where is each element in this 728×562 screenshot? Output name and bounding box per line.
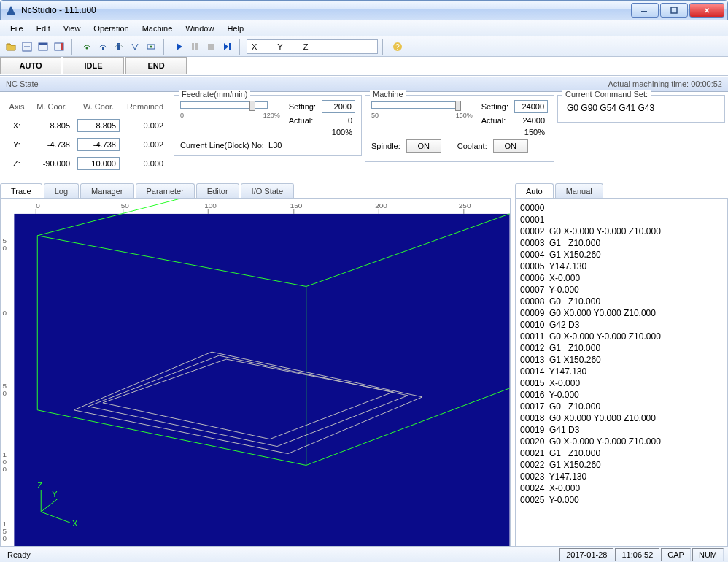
z-remained: 0.000 — [124, 159, 166, 168]
code-line[interactable]: 00015 X-0.000 — [520, 377, 723, 389]
menu-operation[interactable]: Operation — [88, 22, 134, 35]
menu-file[interactable]: File — [4, 22, 29, 35]
pause-button[interactable] — [187, 39, 203, 55]
svg-text:X: X — [72, 519, 78, 528]
status-ready: Ready — [4, 549, 34, 561]
step-button[interactable] — [219, 39, 235, 55]
menu-machine[interactable]: Machine — [136, 22, 179, 35]
app-icon — [5, 4, 17, 16]
feedrate-setting[interactable]: 2000 — [322, 100, 355, 113]
code-line[interactable]: 00008 G0 Z10.000 — [520, 296, 723, 307]
y-wcoor[interactable]: -4.738 — [77, 138, 120, 151]
code-line[interactable]: 00010 G42 D3 — [520, 319, 723, 331]
x-remained: 0.002 — [124, 121, 166, 130]
statusbar: Ready 2017-01-28 11:06:52 CAP NUM — [0, 546, 728, 562]
coord-panel: Axis M. Coor. W. Coor. Remained X: 8.805… — [3, 95, 171, 177]
code-line[interactable]: 00021 G1 Z10.000 — [520, 447, 723, 459]
code-line[interactable]: 00018 G0 X0.000 Y0.000 Z10.000 — [520, 412, 723, 424]
signal-icon-1[interactable] — [79, 39, 95, 55]
code-line[interactable]: 00013 G1 X150.260 — [520, 354, 723, 366]
svg-text:0: 0 — [36, 201, 40, 209]
code-line[interactable]: 00009 G0 X0.000 Y0.000 Z10.000 — [520, 307, 723, 319]
tab-editor[interactable]: Editor — [196, 183, 239, 198]
code-line[interactable]: 00000 — [520, 202, 723, 214]
stop-button[interactable] — [203, 39, 219, 55]
svg-text:0: 0 — [2, 465, 7, 473]
spindle-button[interactable]: ON — [406, 139, 441, 153]
code-line[interactable]: 00004 G1 X150.260 — [520, 249, 723, 261]
menu-view[interactable]: View — [58, 22, 87, 35]
help-icon[interactable]: ? — [390, 39, 406, 55]
maximize-button[interactable] — [660, 3, 688, 18]
coord-display: X Y Z — [247, 39, 378, 54]
code-line[interactable]: 00005 Y147.130 — [520, 261, 723, 272]
tab-manager[interactable]: Manager — [80, 183, 133, 198]
tab-trace[interactable]: Trace — [0, 183, 42, 198]
svg-rect-18 — [1, 199, 509, 214]
mode-idle[interactable]: IDLE — [63, 57, 124, 74]
coolant-label: Coolant: — [457, 142, 487, 150]
close-button[interactable]: ✕ — [689, 3, 724, 18]
tab-auto[interactable]: Auto — [515, 183, 554, 198]
status-time: 11:06:52 — [615, 548, 659, 561]
signal-icon-3[interactable] — [111, 39, 127, 55]
code-line[interactable]: 00019 G41 D3 — [520, 424, 723, 436]
open-icon[interactable] — [3, 39, 19, 55]
gcode-list[interactable]: 000000000100002 G0 X-0.000 Y-0.000 Z10.0… — [515, 199, 728, 548]
coolant-button[interactable]: ON — [493, 139, 528, 153]
code-line[interactable]: 00025 Y-0.000 — [520, 494, 723, 506]
z-wcoor[interactable]: 10.000 — [77, 157, 120, 170]
tab-iostate[interactable]: I/O State — [241, 183, 294, 198]
svg-point-11 — [150, 45, 152, 47]
trace-canvas[interactable]: 050100150200250 50 0 50 100 150 — [0, 199, 511, 547]
code-line[interactable]: 00017 G0 Z10.000 — [520, 401, 723, 412]
svg-rect-14 — [208, 44, 214, 50]
spindle-percent: 150% — [514, 128, 548, 136]
code-line[interactable]: 00014 Y147.130 — [520, 366, 723, 377]
tab-log[interactable]: Log — [44, 183, 79, 198]
machine-legend: Machine — [370, 90, 406, 99]
x-mcoor: 8.805 — [31, 121, 73, 130]
signal-icon-5[interactable] — [143, 39, 159, 55]
code-line[interactable]: 00001 — [520, 214, 723, 226]
spindle-slider[interactable] — [371, 101, 459, 109]
code-line[interactable]: 00006 X-0.000 — [520, 272, 723, 284]
x-wcoor[interactable]: 8.805 — [77, 119, 120, 132]
signal-icon-4[interactable] — [127, 39, 143, 55]
play-button[interactable] — [171, 39, 187, 55]
code-line[interactable]: 00002 G0 X-0.000 Y-0.000 Z10.000 — [520, 226, 723, 237]
minimize-button[interactable] — [631, 3, 659, 18]
code-line[interactable]: 00020 G0 X-0.000 Y-0.000 Z10.000 — [520, 436, 723, 447]
axis-x: X: — [7, 121, 26, 130]
code-line[interactable]: 00003 G1 Z10.000 — [520, 237, 723, 249]
menu-help[interactable]: Help — [221, 22, 249, 35]
window-titlebar: NcStudio - 111.u00 ✕ — [0, 0, 728, 20]
command-set-text: G0 G90 G54 G41 G43 — [564, 100, 719, 116]
tool-icon-2[interactable] — [35, 39, 51, 55]
code-line[interactable]: 00007 Y-0.000 — [520, 284, 723, 296]
spindle-setting[interactable]: 24000 — [514, 100, 548, 113]
tool-icon-1[interactable] — [19, 39, 35, 55]
axis-y: Y: — [7, 140, 26, 149]
mode-auto[interactable]: AUTO — [0, 57, 61, 74]
code-line[interactable]: 00016 Y-0.000 — [520, 389, 723, 401]
hdr-mcoor: M. Coor. — [31, 102, 73, 111]
code-line[interactable]: 00022 G1 X150.260 — [520, 459, 723, 471]
signal-icon-2[interactable] — [95, 39, 111, 55]
feedrate-legend: Feedrate(mm/min) — [179, 90, 250, 99]
coord-z-label: Z — [303, 42, 309, 51]
tab-manual[interactable]: Manual — [555, 183, 603, 198]
hdr-wcoor: W. Coor. — [77, 102, 120, 111]
code-line[interactable]: 00012 G1 Z10.000 — [520, 342, 723, 354]
axis-z: Z: — [7, 159, 26, 168]
tool-icon-3[interactable] — [51, 39, 67, 55]
code-line[interactable]: 00023 Y147.130 — [520, 471, 723, 482]
menu-window[interactable]: Window — [179, 22, 220, 35]
tab-parameter[interactable]: Parameter — [136, 183, 195, 198]
mode-end[interactable]: END — [125, 57, 187, 74]
feedrate-slider[interactable] — [180, 101, 268, 109]
code-line[interactable]: 00024 X-0.000 — [520, 482, 723, 494]
spindle-actual: 24000 — [514, 116, 548, 125]
code-line[interactable]: 00011 G0 X-0.000 Y-0.000 Z10.000 — [520, 331, 723, 342]
menu-edit[interactable]: Edit — [31, 22, 56, 35]
